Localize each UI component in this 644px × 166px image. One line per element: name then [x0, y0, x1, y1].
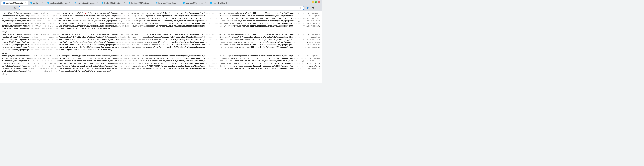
- tab-favicon: 🌐: [30, 2, 32, 4]
- data-content: data: {"type":"HystrixCommand","name":"O…: [2, 55, 320, 72]
- tab-favicon: 🌐: [47, 2, 49, 4]
- extensions-icon[interactable]: ⊞: [310, 6, 315, 11]
- annotation-arrow: ↘: [85, 11, 86, 15]
- close-button[interactable]: ✕: [318, 1, 320, 3]
- browser-tab-tab-hystrix-ord1[interactable]: 🌐 localhost:8081/hystrix/ord... ✕: [100, 1, 127, 5]
- toolbar-icons: 👤 ⊞ ⋮: [305, 6, 321, 11]
- tab-close-button[interactable]: ✕: [96, 2, 98, 4]
- data-content: data: {"type":"HystrixCommand","name":"O…: [2, 12, 320, 30]
- tab-label: localhost:8081/hystrix/feig...: [158, 2, 177, 4]
- tabs-container: 🔵 localhost:8081/actuator/h... ✕ 🌐 Eurek…: [1, 1, 318, 5]
- data-block: data: {"type":"HystrixCommand","name":"O…: [2, 34, 320, 51]
- tab-label: localhost:8081/actuator/h...: [6, 2, 24, 4]
- tab-label: localhost:8081/hystrix/ord...: [104, 2, 122, 4]
- browser-tab-tab-feign[interactable]: 🌐 localhost:8081/testFeign0:... ✕: [46, 1, 72, 5]
- tab-favicon: 🌐: [210, 2, 212, 4]
- browser-tab-tab-hystrix-ord2[interactable]: 🌐 localhost:8081/hystrix/ord... ✕: [127, 1, 154, 5]
- browser-tab-tab-hystrix-feig2[interactable]: 🌐 localhost:8081/hystrix/feig... ✕: [181, 1, 208, 5]
- page-content: data: {"type":"HystrixCommand","name":"O…: [0, 11, 322, 83]
- browser-tab-tab-hystrix-feig1[interactable]: 🌐 localhost:8081/hystrix/feig... ✕: [154, 1, 181, 5]
- tab-favicon: 🔵: [3, 2, 5, 4]
- tab-favicon: 🌐: [101, 2, 104, 4]
- address-bar-row: ← → ↻ ☆ 👤 ⊞ ⋮: [0, 5, 322, 11]
- minimize-button[interactable]: ─: [312, 1, 314, 3]
- back-button[interactable]: ←: [1, 6, 6, 11]
- tab-close-button[interactable]: ✕: [123, 2, 126, 4]
- forward-button[interactable]: →: [7, 6, 12, 11]
- browser-tab-tab-hystrix-dashboard[interactable]: 🌐 Hystrix Dashboard ✕: [208, 1, 231, 5]
- address-bar[interactable]: ☆: [18, 6, 304, 11]
- tab-label: localhost:8081/hystrix/tim...: [77, 2, 95, 4]
- tab-close-button[interactable]: ✕: [42, 2, 44, 4]
- tab-label: localhost:8081/testFeign0:...: [50, 2, 68, 4]
- tab-label: localhost:8081/hystrix/feig...: [186, 2, 204, 4]
- bookmark-icon[interactable]: ☆: [300, 7, 302, 10]
- tab-close-button[interactable]: ✕: [177, 2, 180, 4]
- tab-favicon: 🌐: [182, 2, 185, 4]
- tab-bar: 🔵 localhost:8081/actuator/h... ✕ 🌐 Eurek…: [0, 0, 322, 5]
- reload-button[interactable]: ↻: [13, 6, 18, 11]
- annotation-shen-order: shen order: [83, 11, 92, 12]
- data-block: data: {"type":"HystrixCommand","name":"O…: [2, 55, 320, 72]
- tab-close-button[interactable]: ✕: [69, 2, 71, 4]
- ping-line: ping:: [2, 31, 320, 33]
- profile-icon[interactable]: 👤: [305, 6, 310, 11]
- tab-label: localhost:8081/hystrix/ord...: [131, 2, 150, 4]
- tab-close-button[interactable]: ✕: [24, 2, 27, 4]
- browser-window: 🔵 localhost:8081/actuator/h... ✕ 🌐 Eurek…: [0, 0, 322, 83]
- tab-close-button[interactable]: ✕: [204, 2, 207, 4]
- ping-line: ping:: [2, 73, 320, 76]
- menu-icon[interactable]: ⋮: [316, 6, 321, 11]
- tab-label: Eureka: [33, 2, 41, 4]
- tab-favicon: 🌐: [74, 2, 76, 4]
- tab-favicon: 🌐: [156, 2, 158, 4]
- maximize-button[interactable]: □: [315, 1, 317, 3]
- browser-tab-tab-hystrix-tim[interactable]: 🌐 localhost:8081/hystrix/tim... ✕: [73, 1, 100, 5]
- browser-tab-tab-actuator[interactable]: 🔵 localhost:8081/actuator/h... ✕: [1, 1, 28, 5]
- browser-tab-tab-eureka[interactable]: 🌐 Eureka ✕: [28, 1, 45, 5]
- tab-favicon: 🌐: [128, 2, 131, 4]
- ping-line: ping:: [2, 52, 320, 54]
- tab-label: Hystrix Dashboard: [213, 2, 226, 4]
- tab-close-button[interactable]: ✕: [227, 2, 230, 4]
- window-controls: ─ □ ✕: [310, 0, 321, 4]
- data-content: data: {"type":"HystrixCommand","name":"O…: [2, 34, 320, 51]
- data-block: data: {"type":"HystrixCommand","name":"O…: [2, 12, 320, 30]
- tab-close-button[interactable]: ✕: [150, 2, 152, 4]
